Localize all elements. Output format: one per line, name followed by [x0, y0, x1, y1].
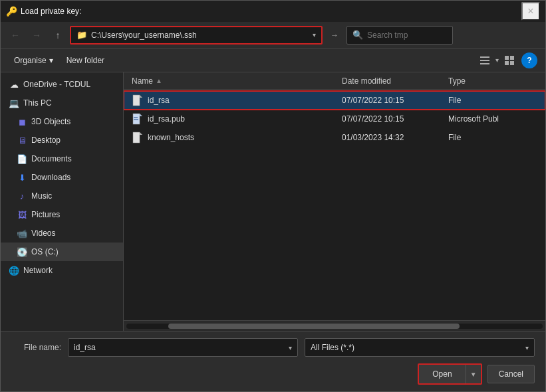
address-chevron-icon: ▾	[313, 31, 316, 39]
file-type-known-hosts: File	[443, 133, 545, 142]
sidebar-item-label: Documents	[31, 154, 72, 163]
column-header: Name ▲ Date modified Type	[124, 72, 545, 90]
view-chevron-icon[interactable]: ▾	[495, 56, 499, 64]
open-button[interactable]: Open	[419, 365, 466, 383]
file-row-id-rsa-pub[interactable]: id_rsa.pub 07/07/2022 10:15 Microsoft Pu…	[124, 110, 545, 128]
svg-rect-4	[510, 56, 514, 60]
sidebar-item-videos[interactable]: 📹 Videos	[1, 224, 123, 243]
search-icon: 🔍	[352, 30, 363, 40]
file-area: Name ▲ Date modified Type	[124, 72, 545, 331]
file-name-row: File name: id_rsa ▾ All Files (*.*) ▾	[11, 338, 535, 357]
sidebar-item-label: OS (C:)	[31, 247, 59, 256]
sidebar-item-label: Pictures	[31, 210, 60, 219]
new-folder-button[interactable]: New folder	[61, 51, 110, 70]
h-scrollbar[interactable]	[124, 320, 545, 331]
sidebar-item-music[interactable]: ♪ Music	[1, 187, 123, 205]
svg-rect-13	[134, 117, 138, 118]
sidebar-item-downloads[interactable]: ⬇ Downloads	[1, 168, 123, 187]
toolbar: Organise ▾ New folder ▾	[1, 49, 545, 72]
col-name-header[interactable]: Name ▲	[124, 76, 337, 86]
search-input[interactable]	[367, 31, 447, 40]
col-date-header[interactable]: Date modified	[337, 76, 443, 86]
svg-rect-15	[133, 132, 140, 143]
nav-bar: ← → ↑ 📁 C:\Users\your_username\.ssh ▾ → …	[1, 22, 545, 49]
organise-label: Organise	[14, 56, 47, 65]
forward-button[interactable]: →	[27, 26, 46, 45]
documents-icon: 📄	[17, 153, 27, 164]
svg-rect-7	[133, 95, 140, 106]
downloads-icon: ⬇	[17, 172, 27, 183]
search-box[interactable]: 🔍	[346, 26, 453, 45]
videos-icon: 📹	[17, 228, 27, 239]
sidebar-item-label: Music	[31, 191, 52, 201]
sidebar-item-3d-objects[interactable]: ◼ 3D Objects	[1, 112, 123, 131]
organise-button[interactable]: Organise ▾	[9, 51, 59, 70]
sidebar-item-label: Videos	[31, 229, 55, 238]
pictures-icon: 🖼	[17, 209, 27, 220]
file-name-text: id_rsa.pub	[148, 114, 185, 124]
desktop-icon: 🖥	[17, 135, 27, 146]
file-name-combo-arrow-icon: ▾	[289, 344, 292, 351]
svg-rect-1	[480, 60, 489, 61]
sidebar-item-label: 3D Objects	[31, 117, 70, 126]
new-folder-label: New folder	[67, 56, 104, 65]
view-grid-button[interactable]	[500, 51, 519, 70]
open-button-group: Open ▼	[418, 363, 481, 385]
svg-rect-14	[134, 119, 138, 120]
sidebar-item-network[interactable]: 🌐 Network	[1, 261, 123, 280]
file-name-text: id_rsa	[148, 96, 170, 105]
sidebar-item-label: Network	[23, 266, 53, 275]
svg-rect-3	[505, 56, 509, 60]
h-scroll-thumb[interactable]	[168, 324, 460, 329]
file-date-id-rsa: 07/07/2022 10:15	[337, 96, 443, 105]
title-bar-left: 🔑 Load private key:	[6, 6, 81, 17]
cancel-button[interactable]: Cancel	[487, 365, 535, 383]
this-pc-icon: 💻	[9, 98, 19, 108]
h-scroll-track	[126, 324, 543, 329]
sidebar-item-label: OneDrive - TCDUL	[23, 80, 90, 89]
file-type-combo[interactable]: All Files (*.*) ▾	[305, 338, 535, 357]
sidebar-item-this-pc[interactable]: 💻 This PC	[1, 94, 123, 112]
network-icon: 🌐	[9, 265, 19, 276]
col-type-header[interactable]: Type	[443, 76, 545, 86]
sidebar-item-label: Downloads	[31, 173, 70, 182]
3d-objects-icon: ◼	[17, 116, 27, 127]
sidebar-item-documents[interactable]: 📄 Documents	[1, 149, 123, 168]
view-list-button[interactable]	[476, 51, 494, 70]
file-row-known-hosts[interactable]: known_hosts 01/03/2023 14:32 File	[124, 128, 545, 147]
address-bar[interactable]: 📁 C:\Users\your_username\.ssh ▾	[70, 26, 323, 45]
back-button[interactable]: ←	[6, 26, 25, 45]
sidebar-item-onedrive[interactable]: ☁ OneDrive - TCDUL	[1, 75, 123, 94]
file-row-id-rsa[interactable]: id_rsa 07/07/2022 10:15 File	[124, 91, 545, 110]
open-dropdown-button[interactable]: ▼	[466, 365, 481, 383]
sort-arrow-icon: ▲	[156, 77, 162, 84]
svg-rect-6	[510, 61, 514, 65]
main-area: ☁ OneDrive - TCDUL 💻 This PC ◼ 3D Object…	[1, 72, 545, 331]
svg-rect-0	[480, 56, 489, 58]
file-icon-known-hosts	[132, 132, 144, 144]
file-list: id_rsa 07/07/2022 10:15 File	[124, 90, 545, 320]
help-button[interactable]: ?	[521, 52, 537, 68]
close-button[interactable]: ×	[521, 2, 540, 21]
sidebar-item-os-c[interactable]: 💽 OS (C:)	[1, 243, 123, 261]
bottom-area: File name: id_rsa ▾ All Files (*.*) ▾ Op…	[1, 331, 545, 391]
file-icon-id-rsa-pub	[132, 113, 144, 125]
file-name-combo[interactable]: id_rsa ▾	[68, 338, 298, 357]
title-text: Load private key:	[21, 7, 81, 16]
file-type-id-rsa: File	[443, 96, 545, 105]
onedrive-icon: ☁	[9, 79, 19, 90]
sidebar-item-desktop[interactable]: 🖥 Desktop	[1, 131, 123, 149]
file-date-id-rsa-pub: 07/07/2022 10:15	[337, 114, 443, 124]
file-type-combo-arrow-icon: ▾	[525, 344, 529, 351]
organise-chevron-icon: ▾	[49, 56, 53, 65]
file-name-id-rsa: id_rsa	[124, 94, 337, 106]
title-bar: 🔑 Load private key: ×	[1, 1, 545, 22]
navigate-forward-button[interactable]: →	[325, 26, 344, 45]
file-name-known-hosts: known_hosts	[124, 132, 337, 144]
file-icon-id-rsa	[132, 94, 144, 106]
up-button[interactable]: ↑	[49, 26, 67, 45]
os-c-icon: 💽	[17, 246, 27, 257]
file-name-value: id_rsa	[74, 343, 96, 352]
address-text: C:\Users\your_username\.ssh	[91, 31, 309, 40]
sidebar-item-pictures[interactable]: 🖼 Pictures	[1, 205, 123, 224]
